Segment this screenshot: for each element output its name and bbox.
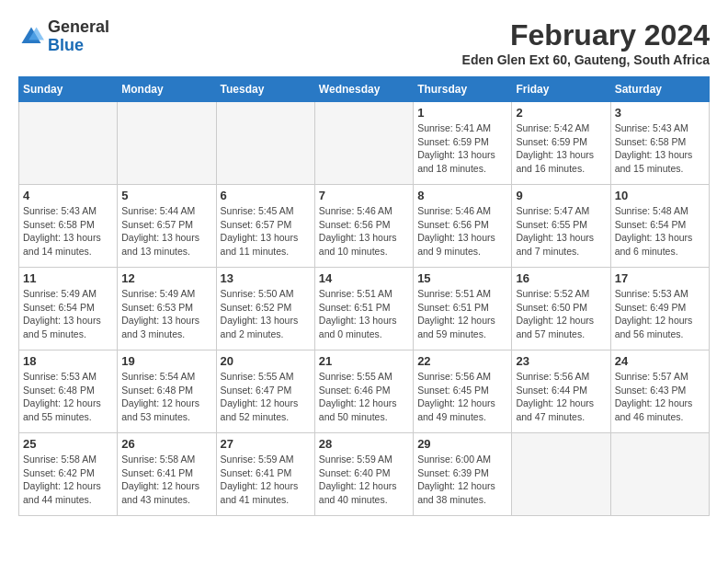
day-number: 15 [417, 271, 507, 285]
calendar-cell: 15Sunrise: 5:51 AM Sunset: 6:51 PM Dayli… [414, 268, 512, 350]
calendar-week-row: 4Sunrise: 5:43 AM Sunset: 6:58 PM Daylig… [19, 185, 710, 268]
calendar-cell: 22Sunrise: 5:56 AM Sunset: 6:45 PM Dayli… [414, 350, 512, 433]
day-info: Sunrise: 5:55 AM Sunset: 6:47 PM Dayligh… [221, 370, 311, 424]
calendar-week-row: 11Sunrise: 5:49 AM Sunset: 6:54 PM Dayli… [19, 268, 710, 350]
calendar-cell: 21Sunrise: 5:55 AM Sunset: 6:46 PM Dayli… [314, 350, 413, 433]
day-of-week-header: Monday [118, 77, 216, 102]
day-of-week-header: Thursday [414, 77, 512, 102]
day-info: Sunrise: 5:49 AM Sunset: 6:53 PM Dayligh… [121, 287, 211, 341]
day-number: 6 [221, 189, 311, 202]
logo-text: General Blue [48, 18, 109, 55]
day-number: 24 [615, 354, 705, 368]
calendar-cell: 17Sunrise: 5:53 AM Sunset: 6:49 PM Dayli… [610, 268, 709, 350]
day-number: 12 [121, 271, 211, 285]
calendar-cell: 3Sunrise: 5:43 AM Sunset: 6:58 PM Daylig… [610, 102, 709, 185]
day-of-week-header: Tuesday [216, 77, 314, 102]
day-info: Sunrise: 5:51 AM Sunset: 6:51 PM Dayligh… [319, 287, 409, 341]
calendar-cell: 27Sunrise: 5:59 AM Sunset: 6:41 PM Dayli… [216, 433, 314, 516]
calendar-cell: 20Sunrise: 5:55 AM Sunset: 6:47 PM Dayli… [216, 350, 314, 433]
calendar-week-row: 18Sunrise: 5:53 AM Sunset: 6:48 PM Dayli… [19, 350, 710, 433]
calendar-cell: 12Sunrise: 5:49 AM Sunset: 6:53 PM Dayli… [118, 268, 216, 350]
day-info: Sunrise: 5:48 AM Sunset: 6:54 PM Dayligh… [615, 204, 705, 259]
page-header: General Blue February 2024 Eden Glen Ext… [18, 18, 710, 67]
day-number: 14 [319, 271, 409, 285]
day-info: Sunrise: 5:53 AM Sunset: 6:48 PM Dayligh… [23, 370, 113, 424]
calendar-cell: 25Sunrise: 5:58 AM Sunset: 6:42 PM Dayli… [19, 433, 118, 516]
calendar-week-row: 25Sunrise: 5:58 AM Sunset: 6:42 PM Dayli… [19, 433, 710, 516]
calendar-cell: 14Sunrise: 5:51 AM Sunset: 6:51 PM Dayli… [314, 268, 413, 350]
day-info: Sunrise: 6:00 AM Sunset: 6:39 PM Dayligh… [417, 453, 507, 507]
day-of-week-header: Sunday [19, 77, 118, 102]
day-info: Sunrise: 5:45 AM Sunset: 6:57 PM Dayligh… [221, 204, 311, 259]
calendar-cell [216, 102, 314, 185]
day-number: 10 [615, 189, 705, 202]
calendar-cell: 1Sunrise: 5:41 AM Sunset: 6:59 PM Daylig… [414, 102, 512, 185]
day-info: Sunrise: 5:55 AM Sunset: 6:46 PM Dayligh… [319, 370, 409, 424]
day-number: 23 [516, 354, 606, 368]
day-of-week-header: Wednesday [314, 77, 413, 102]
day-info: Sunrise: 5:46 AM Sunset: 6:56 PM Dayligh… [319, 204, 409, 259]
title-section: February 2024 Eden Glen Ext 60, Gauteng,… [462, 18, 710, 67]
day-number: 17 [615, 271, 705, 285]
day-of-week-header: Friday [512, 77, 610, 102]
day-info: Sunrise: 5:56 AM Sunset: 6:45 PM Dayligh… [417, 370, 507, 424]
day-of-week-header: Saturday [610, 77, 709, 102]
location: Eden Glen Ext 60, Gauteng, South Africa [462, 52, 710, 67]
day-info: Sunrise: 5:51 AM Sunset: 6:51 PM Dayligh… [417, 287, 507, 341]
day-info: Sunrise: 5:59 AM Sunset: 6:40 PM Dayligh… [319, 453, 409, 507]
day-info: Sunrise: 5:46 AM Sunset: 6:56 PM Dayligh… [417, 204, 507, 259]
day-number: 4 [23, 189, 113, 202]
day-info: Sunrise: 5:53 AM Sunset: 6:49 PM Dayligh… [615, 287, 705, 341]
calendar-cell: 26Sunrise: 5:58 AM Sunset: 6:41 PM Dayli… [118, 433, 216, 516]
day-number: 26 [121, 437, 211, 451]
day-info: Sunrise: 5:59 AM Sunset: 6:41 PM Dayligh… [221, 453, 311, 507]
day-info: Sunrise: 5:43 AM Sunset: 6:58 PM Dayligh… [23, 204, 113, 259]
day-number: 19 [121, 354, 211, 368]
day-number: 1 [417, 106, 507, 120]
day-number: 2 [516, 106, 606, 120]
calendar-table: SundayMondayTuesdayWednesdayThursdayFrid… [18, 76, 710, 516]
calendar-cell: 29Sunrise: 6:00 AM Sunset: 6:39 PM Dayli… [414, 433, 512, 516]
day-info: Sunrise: 5:47 AM Sunset: 6:55 PM Dayligh… [516, 204, 606, 259]
day-number: 5 [121, 189, 211, 202]
day-info: Sunrise: 5:50 AM Sunset: 6:52 PM Dayligh… [221, 287, 311, 341]
day-number: 8 [417, 189, 507, 202]
calendar-cell: 18Sunrise: 5:53 AM Sunset: 6:48 PM Dayli… [19, 350, 118, 433]
day-info: Sunrise: 5:42 AM Sunset: 6:59 PM Dayligh… [516, 121, 606, 176]
day-info: Sunrise: 5:52 AM Sunset: 6:50 PM Dayligh… [516, 287, 606, 341]
calendar-cell: 23Sunrise: 5:56 AM Sunset: 6:44 PM Dayli… [512, 350, 610, 433]
day-info: Sunrise: 5:58 AM Sunset: 6:42 PM Dayligh… [23, 453, 113, 507]
calendar-cell: 11Sunrise: 5:49 AM Sunset: 6:54 PM Dayli… [19, 268, 118, 350]
day-number: 20 [221, 354, 311, 368]
day-number: 21 [319, 354, 409, 368]
calendar-cell: 6Sunrise: 5:45 AM Sunset: 6:57 PM Daylig… [216, 185, 314, 268]
day-number: 7 [319, 189, 409, 202]
month-year: February 2024 [462, 18, 710, 52]
calendar-cell [314, 102, 413, 185]
day-number: 29 [417, 437, 507, 451]
day-number: 16 [516, 271, 606, 285]
day-number: 13 [221, 271, 311, 285]
calendar-header-row: SundayMondayTuesdayWednesdayThursdayFrid… [19, 77, 710, 102]
day-number: 9 [516, 189, 606, 202]
day-number: 11 [23, 271, 113, 285]
calendar-body: 1Sunrise: 5:41 AM Sunset: 6:59 PM Daylig… [19, 102, 710, 516]
day-number: 27 [221, 437, 311, 451]
day-info: Sunrise: 5:41 AM Sunset: 6:59 PM Dayligh… [417, 121, 507, 176]
day-number: 25 [23, 437, 113, 451]
day-number: 22 [417, 354, 507, 368]
day-info: Sunrise: 5:56 AM Sunset: 6:44 PM Dayligh… [516, 370, 606, 424]
day-number: 3 [615, 106, 705, 120]
day-info: Sunrise: 5:57 AM Sunset: 6:43 PM Dayligh… [615, 370, 705, 424]
calendar-cell [610, 433, 709, 516]
calendar-cell [19, 102, 118, 185]
calendar-cell: 2Sunrise: 5:42 AM Sunset: 6:59 PM Daylig… [512, 102, 610, 185]
calendar-cell: 10Sunrise: 5:48 AM Sunset: 6:54 PM Dayli… [610, 185, 709, 268]
calendar-week-row: 1Sunrise: 5:41 AM Sunset: 6:59 PM Daylig… [19, 102, 710, 185]
calendar-cell: 8Sunrise: 5:46 AM Sunset: 6:56 PM Daylig… [414, 185, 512, 268]
calendar-cell: 9Sunrise: 5:47 AM Sunset: 6:55 PM Daylig… [512, 185, 610, 268]
day-info: Sunrise: 5:54 AM Sunset: 6:48 PM Dayligh… [121, 370, 211, 424]
calendar-cell [512, 433, 610, 516]
day-info: Sunrise: 5:58 AM Sunset: 6:41 PM Dayligh… [121, 453, 211, 507]
calendar-cell: 7Sunrise: 5:46 AM Sunset: 6:56 PM Daylig… [314, 185, 413, 268]
